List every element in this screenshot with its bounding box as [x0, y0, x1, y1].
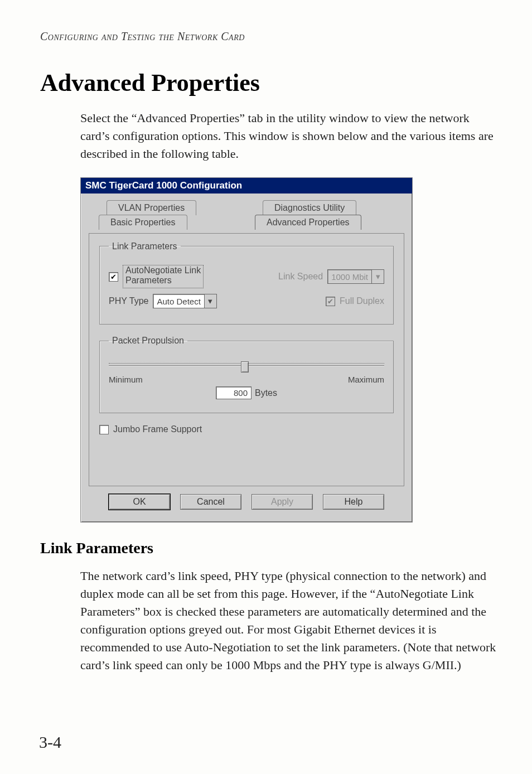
phy-type-select[interactable]: Auto Detect ▾ [153, 294, 216, 308]
link-parameters-paragraph: The network card’s link speed, PHY type … [80, 567, 501, 674]
slider-max-label: Maximum [348, 375, 384, 384]
slider-thumb[interactable] [241, 361, 249, 373]
link-speed-select[interactable]: 1000 Mbit ▾ [327, 269, 384, 284]
tab-advanced-properties[interactable]: Advanced Properties [255, 215, 361, 230]
tab-basic-properties[interactable]: Basic Properties [99, 215, 187, 230]
phy-type-label: PHY Type [109, 296, 148, 306]
ok-button[interactable]: OK [109, 494, 170, 510]
jumbo-frame-checkbox[interactable] [99, 425, 109, 434]
tab-diagnostics-utility[interactable]: Diagnostics Utility [263, 200, 356, 215]
chevron-down-icon: ▾ [371, 270, 384, 283]
full-duplex-checkbox[interactable]: ✔ [326, 297, 335, 306]
config-dialog: SMC TigerCard 1000 Configuration VLAN Pr… [80, 177, 413, 523]
help-button[interactable]: Help [323, 494, 384, 510]
page-number: 3-4 [39, 733, 61, 752]
packet-size-slider[interactable]: Minimum Maximum 800 Bytes [109, 359, 384, 399]
dialog-button-row: OK Cancel Apply Help [89, 486, 404, 514]
phy-type-value: Auto Detect [157, 297, 200, 306]
autonegotiate-label-line2: Parameters [125, 275, 172, 285]
chevron-down-icon: ▾ [204, 294, 216, 308]
autonegotiate-label-line1: AutoNegotiate Link [125, 265, 201, 275]
page-title: Advanced Properties [40, 69, 501, 97]
tab-strip: VLAN Properties Diagnostics Utility Basi… [89, 200, 404, 231]
slider-min-label: Minimum [109, 375, 143, 384]
apply-button[interactable]: Apply [252, 494, 313, 510]
tab-vlan-properties[interactable]: VLAN Properties [107, 200, 196, 215]
jumbo-frame-label: Jumbo Frame Support [113, 424, 202, 434]
link-parameters-legend: Link Parameters [109, 241, 181, 251]
link-speed-value: 1000 Mbit [331, 272, 368, 282]
autonegotiate-checkbox[interactable]: ✔ [109, 272, 118, 282]
packet-size-unit: Bytes [255, 388, 277, 398]
intro-paragraph: Select the “Advanced Properties” tab in … [80, 109, 501, 163]
cancel-button[interactable]: Cancel [180, 494, 241, 510]
link-parameters-group: Link Parameters ✔ AutoNegotiate Link Par… [99, 241, 394, 325]
full-duplex-label: Full Duplex [340, 296, 384, 306]
packet-size-value[interactable]: 800 [216, 386, 252, 399]
packet-propulsion-legend: Packet Propulsion [109, 336, 187, 346]
advanced-properties-panel: Link Parameters ✔ AutoNegotiate Link Par… [89, 233, 404, 487]
dialog-title: SMC TigerCard 1000 Configuration [81, 178, 412, 194]
link-parameters-heading: Link Parameters [40, 539, 501, 557]
running-header: Configuring and Testing the Network Card [40, 30, 501, 43]
packet-propulsion-group: Packet Propulsion Minimum Maximum 800 By… [99, 336, 394, 413]
link-speed-label: Link Speed [278, 272, 323, 282]
autonegotiate-label: AutoNegotiate Link Parameters [123, 265, 204, 289]
